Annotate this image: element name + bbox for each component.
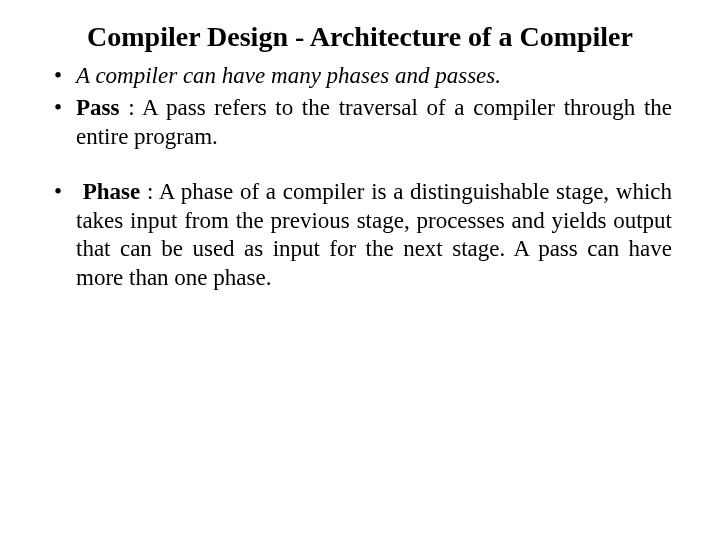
bullet-list: Phase : A phase of a compiler is a disti… xyxy=(48,178,672,293)
term-label: Pass xyxy=(76,95,119,120)
slide: Compiler Design - Architecture of a Comp… xyxy=(0,0,720,540)
bullet-text: A compiler can have many phases and pass… xyxy=(76,63,501,88)
term-label: Phase xyxy=(83,179,141,204)
slide-title: Compiler Design - Architecture of a Comp… xyxy=(48,20,672,54)
list-item: Pass : A pass refers to the traversal of… xyxy=(48,94,672,152)
bullet-list: A compiler can have many phases and pass… xyxy=(48,62,672,152)
list-item: A compiler can have many phases and pass… xyxy=(48,62,672,91)
list-item: Phase : A phase of a compiler is a disti… xyxy=(48,178,672,293)
bullet-text: : A phase of a compiler is a distinguish… xyxy=(76,179,672,290)
spacer xyxy=(48,156,672,178)
bullet-text: : A pass refers to the traversal of a co… xyxy=(76,95,672,149)
